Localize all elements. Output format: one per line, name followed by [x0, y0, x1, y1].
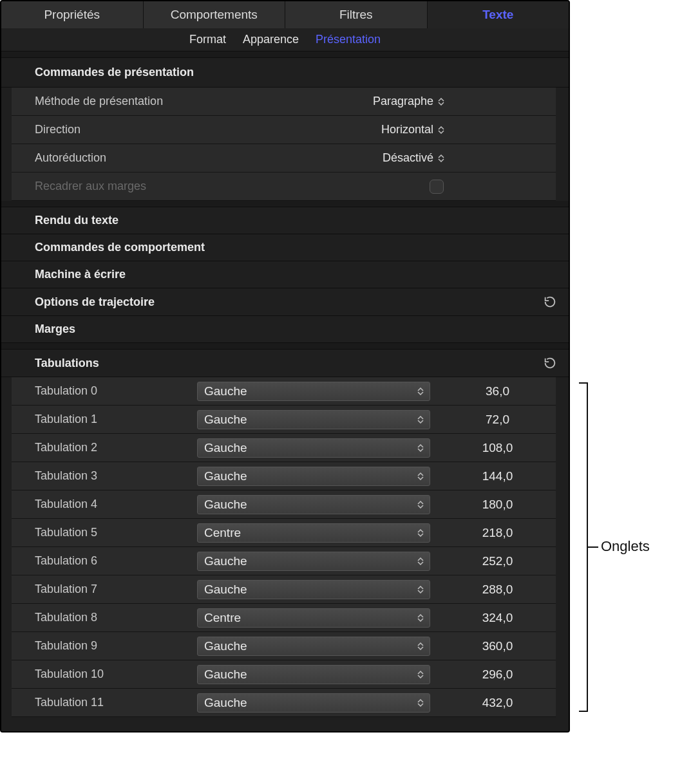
tab-stop-row: Tabulation 11Gauche432,0 [12, 689, 556, 717]
tab-stop-value[interactable]: 252,0 [430, 554, 552, 568]
section-behavior-controls[interactable]: Commandes de comportement [1, 234, 569, 261]
reset-icon[interactable] [543, 356, 557, 370]
select-value: Gauche [204, 667, 247, 682]
tab-stop-align-select[interactable]: Gauche [197, 552, 430, 571]
tab-filters[interactable]: Filtres [285, 1, 428, 28]
section-title: Machine à écrire [35, 268, 126, 281]
tab-stop-row: Tabulation 3Gauche144,0 [12, 462, 556, 490]
tab-stop-label: Tabulation 7 [35, 583, 197, 596]
layout-controls-rows: Méthode de présentation Paragraphe Direc… [1, 88, 569, 201]
tab-stop-value[interactable]: 432,0 [430, 696, 552, 710]
tab-stop-align-select[interactable]: Gauche [197, 495, 430, 514]
annotation-label: Onglets [601, 538, 650, 555]
tab-behaviors[interactable]: Comportements [144, 1, 286, 28]
updown-icon [417, 557, 424, 565]
tab-stop-row: Tabulation 6Gauche252,0 [12, 547, 556, 575]
tab-stop-row: Tabulation 9Gauche360,0 [12, 632, 556, 660]
auto-shrink-popup[interactable]: Désactivé [383, 151, 433, 165]
section-layout-controls[interactable]: Commandes de présentation [1, 58, 569, 88]
tab-stop-align-select[interactable]: Centre [197, 523, 430, 543]
updown-icon [417, 671, 424, 678]
select-value: Gauche [204, 696, 247, 710]
tab-stop-value[interactable]: 72,0 [430, 413, 552, 427]
tab-stop-label: Tabulation 11 [35, 696, 197, 709]
updown-icon [417, 501, 424, 509]
updown-icon [417, 699, 424, 707]
tab-stop-align-select[interactable]: Centre [197, 608, 430, 628]
tab-stop-label: Tabulation 6 [35, 554, 197, 568]
tab-stop-align-select[interactable]: Gauche [197, 382, 430, 401]
reset-icon[interactable] [543, 295, 557, 309]
tabulations-list: Tabulation 0Gauche36,0Tabulation 1Gauche… [1, 377, 569, 717]
select-value: Gauche [204, 441, 247, 455]
tab-stop-align-select[interactable]: Gauche [197, 665, 430, 684]
tab-stop-label: Tabulation 8 [35, 611, 197, 624]
tab-stop-value[interactable]: 360,0 [430, 639, 552, 653]
tab-stop-label: Tabulation 1 [35, 413, 197, 426]
updown-icon[interactable] [437, 126, 445, 134]
tab-stop-value[interactable]: 108,0 [430, 441, 552, 455]
tab-stop-align-select[interactable]: Gauche [197, 410, 430, 429]
tab-stop-label: Tabulation 4 [35, 498, 197, 511]
section-title: Commandes de comportement [35, 241, 205, 254]
tab-properties[interactable]: Propriétés [1, 1, 144, 28]
main-tab-bar: Propriétés Comportements Filtres Texte [1, 1, 569, 28]
text-subtab-bar: Format Apparence Présentation [1, 28, 569, 51]
select-value: Gauche [204, 498, 247, 512]
tab-stop-value[interactable]: 296,0 [430, 667, 552, 682]
tab-stop-value[interactable]: 288,0 [430, 583, 552, 597]
subtab-format[interactable]: Format [189, 33, 226, 46]
tab-stop-row: Tabulation 10Gauche296,0 [12, 660, 556, 689]
section-title: Rendu du texte [35, 214, 118, 227]
updown-icon [417, 642, 424, 650]
tab-stop-align-select[interactable]: Gauche [197, 438, 430, 458]
tab-stop-align-select[interactable]: Gauche [197, 637, 430, 656]
updown-icon[interactable] [437, 98, 445, 106]
tab-stop-value[interactable]: 144,0 [430, 469, 552, 483]
tab-stop-align-select[interactable]: Gauche [197, 467, 430, 486]
section-path-options[interactable]: Options de trajectoire [1, 288, 569, 316]
section-typewriter[interactable]: Machine à écrire [1, 261, 569, 288]
section-tabulations[interactable]: Tabulations [1, 350, 569, 377]
section-margins[interactable]: Marges [1, 316, 569, 343]
tab-stop-value[interactable]: 180,0 [430, 498, 552, 512]
select-value: Gauche [204, 583, 247, 597]
param-label: Méthode de présentation [35, 95, 197, 108]
subtab-layout[interactable]: Présentation [316, 33, 381, 46]
tab-stop-align-select[interactable]: Gauche [197, 693, 430, 713]
param-label: Autoréduction [35, 151, 197, 165]
tab-stop-row: Tabulation 7Gauche288,0 [12, 575, 556, 604]
tab-stop-label: Tabulation 3 [35, 469, 197, 483]
direction-popup[interactable]: Horizontal [381, 123, 433, 136]
tab-stop-row: Tabulation 4Gauche180,0 [12, 490, 556, 519]
tab-stop-label: Tabulation 0 [35, 384, 197, 398]
tab-stop-row: Tabulation 2Gauche108,0 [12, 434, 556, 462]
tab-stop-value[interactable]: 36,0 [430, 384, 552, 398]
subtab-appearance[interactable]: Apparence [243, 33, 299, 46]
tab-stop-value[interactable]: 218,0 [430, 526, 552, 540]
select-value: Gauche [204, 384, 247, 398]
updown-icon [417, 614, 424, 622]
inspector-panel: Propriétés Comportements Filtres Texte F… [0, 0, 570, 733]
param-label: Recadrer aux marges [35, 180, 197, 193]
section-title: Options de trajectoire [35, 295, 155, 309]
param-crop-margins: Recadrer aux marges [12, 173, 556, 201]
updown-icon[interactable] [437, 154, 445, 162]
select-value: Gauche [204, 413, 247, 427]
section-text-rendering[interactable]: Rendu du texte [1, 207, 569, 234]
param-layout-method: Méthode de présentation Paragraphe [12, 88, 556, 116]
tab-text[interactable]: Texte [428, 1, 569, 28]
select-value: Centre [204, 526, 241, 540]
crop-margins-checkbox [430, 180, 444, 194]
tab-stop-label: Tabulation 5 [35, 526, 197, 539]
section-title: Marges [35, 322, 75, 336]
select-value: Gauche [204, 639, 247, 653]
select-value: Centre [204, 611, 241, 625]
section-title: Commandes de présentation [35, 66, 194, 79]
tab-stop-row: Tabulation 1Gauche72,0 [12, 406, 556, 434]
param-auto-shrink: Autoréduction Désactivé [12, 144, 556, 173]
select-value: Gauche [204, 554, 247, 568]
layout-method-popup[interactable]: Paragraphe [373, 95, 433, 108]
tab-stop-value[interactable]: 324,0 [430, 611, 552, 625]
tab-stop-align-select[interactable]: Gauche [197, 580, 430, 599]
